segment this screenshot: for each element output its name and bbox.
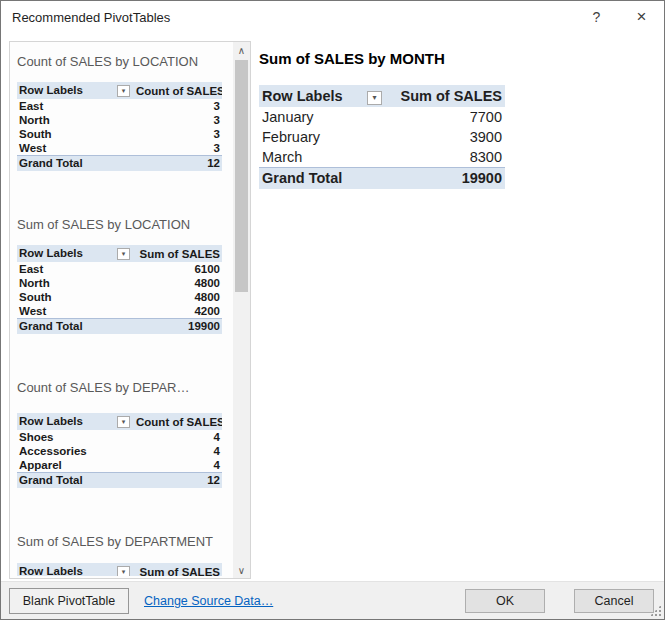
table-row: South4800 (17, 290, 222, 304)
pivot-preview-card-count-by-department[interactable]: Count of SALES by DEPAR… ▾Row Labels Cou… (17, 380, 233, 488)
footer-bar: Blank PivotTable Change Source Data… OK … (1, 581, 664, 619)
ok-button[interactable]: OK (465, 589, 545, 613)
pivot-preview-card-sum-by-department[interactable]: Sum of SALES by DEPARTMENT ▾Row Labels S… (17, 534, 233, 576)
values-header: Sum of SALES (134, 245, 222, 262)
row-value: 7700 (387, 107, 505, 127)
title-bar: Recommended PivotTables ? × (1, 1, 664, 33)
row-labels-header: ▾Row Labels (17, 245, 134, 262)
main-preview-title: Sum of SALES by MONTH (259, 49, 656, 69)
row-label: South (17, 127, 134, 141)
row-labels-header: ▾Row Labels (259, 85, 387, 107)
recommended-list-panel: Count of SALES by LOCATION ▾Row Labels C… (9, 41, 251, 579)
row-value: 3900 (387, 127, 505, 147)
pivot-preview-table: ▾Row Labels Sum of SALES East6100 North4… (17, 245, 222, 334)
row-label: East (17, 99, 134, 113)
pivot-preview-table: ▾Row Labels Sum of SALES (17, 563, 222, 576)
table-row: West4200 (17, 304, 222, 318)
row-label: North (17, 113, 134, 127)
pivot-preview-table: ▾Row Labels Count of SALES East3 North3 … (17, 82, 222, 171)
filter-dropdown-icon: ▾ (117, 248, 130, 260)
table-row: North3 (17, 113, 222, 127)
row-value: 4 (134, 444, 222, 458)
row-value: 4800 (134, 290, 222, 304)
table-row: Shoes4 (17, 430, 222, 444)
row-label: February (259, 127, 387, 147)
row-labels-header: ▾Row Labels (17, 82, 134, 99)
preview-title: Count of SALES by LOCATION (17, 54, 233, 69)
grand-total-row: Grand Total12 (17, 472, 222, 488)
row-label: January (259, 107, 387, 127)
grand-total-row: Grand Total19900 (17, 318, 222, 334)
filter-dropdown-icon: ▾ (367, 91, 382, 105)
row-value: 3 (134, 141, 222, 155)
row-value: 3 (134, 99, 222, 113)
scroll-up-button[interactable]: ∧ (233, 42, 250, 58)
table-row: West3 (17, 141, 222, 155)
scroll-down-button[interactable]: ∨ (233, 562, 250, 578)
main-preview: Sum of SALES by MONTH ▾Row Labels Sum of… (259, 41, 656, 577)
row-label: Shoes (17, 430, 134, 444)
values-header: Count of SALES (134, 413, 222, 430)
dialog-title: Recommended PivotTables (1, 10, 574, 25)
grand-total-row: Grand Total12 (17, 155, 222, 171)
row-label: Apparel (17, 458, 134, 472)
row-labels-header: ▾Row Labels (17, 563, 134, 576)
row-label: North (17, 276, 134, 290)
preview-title: Sum of SALES by DEPARTMENT (17, 534, 233, 549)
blank-pivottable-button[interactable]: Blank PivotTable (9, 588, 129, 614)
row-value: 4200 (134, 304, 222, 318)
scrollbar[interactable]: ∧ ∨ (233, 42, 250, 578)
table-row: March8300 (259, 147, 505, 167)
row-value: 4 (134, 430, 222, 444)
table-row: South3 (17, 127, 222, 141)
row-label: East (17, 262, 134, 276)
filter-dropdown-icon: ▾ (117, 416, 130, 428)
cancel-button[interactable]: Cancel (574, 589, 654, 613)
row-value: 3 (134, 113, 222, 127)
change-source-data-link[interactable]: Change Source Data… (144, 594, 273, 608)
values-header: Sum of SALES (387, 85, 505, 107)
row-value: 4800 (134, 276, 222, 290)
help-button[interactable]: ? (574, 1, 619, 33)
row-value: 8300 (387, 147, 505, 167)
table-row: January7700 (259, 107, 505, 127)
row-label: March (259, 147, 387, 167)
clipped-table-wrapper: ▾Row Labels Sum of SALES (17, 563, 233, 576)
values-header: Count of SALES (134, 82, 222, 99)
row-label: South (17, 290, 134, 304)
scroll-up-icon: ∧ (238, 45, 245, 56)
recommended-pivottables-dialog: Recommended PivotTables ? × Count of SAL… (0, 0, 665, 620)
preview-title: Sum of SALES by LOCATION (17, 217, 233, 232)
pivot-preview-card-count-by-location[interactable]: Count of SALES by LOCATION ▾Row Labels C… (17, 54, 233, 171)
scroll-thumb[interactable] (235, 60, 248, 292)
help-icon: ? (593, 9, 601, 25)
grand-total-row: Grand Total19900 (259, 167, 505, 189)
row-label: Accessories (17, 444, 134, 458)
table-row: East6100 (17, 262, 222, 276)
row-label: West (17, 141, 134, 155)
row-value: 4 (134, 458, 222, 472)
table-row: February3900 (259, 127, 505, 147)
pivot-preview-card-sum-by-location[interactable]: Sum of SALES by LOCATION ▾Row Labels Sum… (17, 217, 233, 334)
filter-dropdown-icon: ▾ (117, 85, 130, 97)
table-row: North4800 (17, 276, 222, 290)
values-header: Sum of SALES (134, 563, 222, 576)
row-value: 6100 (134, 262, 222, 276)
main-preview-table: ▾Row Labels Sum of SALES January7700 Feb… (259, 85, 505, 189)
filter-dropdown-icon: ▾ (117, 566, 130, 576)
scroll-down-icon: ∨ (238, 565, 245, 576)
row-value: 3 (134, 127, 222, 141)
table-row: Accessories4 (17, 444, 222, 458)
preview-title: Count of SALES by DEPAR… (17, 380, 233, 395)
row-labels-header: ▾Row Labels (17, 413, 134, 430)
row-label: West (17, 304, 134, 318)
recommended-list: Count of SALES by LOCATION ▾Row Labels C… (10, 42, 233, 578)
pivot-preview-table: ▾Row Labels Count of SALES Shoes4 Access… (17, 413, 222, 488)
close-icon: × (637, 7, 647, 27)
close-button[interactable]: × (619, 1, 664, 33)
table-row: East3 (17, 99, 222, 113)
table-row: Apparel4 (17, 458, 222, 472)
